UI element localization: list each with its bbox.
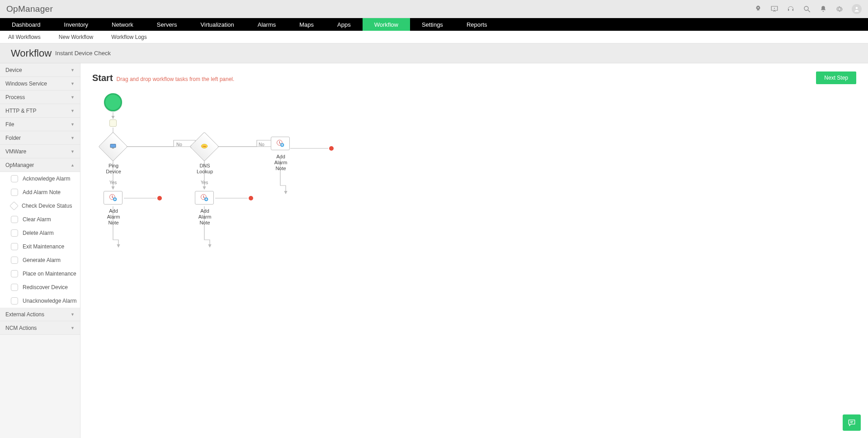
sidebar-group-folder[interactable]: Folder▼ <box>0 131 80 145</box>
nav-alarms[interactable]: Alarms <box>246 18 288 31</box>
main-nav: DashboardInventoryNetworkServersVirtuali… <box>0 18 868 31</box>
flow-ping-device-node[interactable] <box>103 136 123 157</box>
chevron-down-icon: ▼ <box>71 326 75 330</box>
task-delete-alarm[interactable]: Delete Alarm <box>0 226 80 240</box>
sidebar-group-external-actions[interactable]: External Actions▼ <box>0 308 80 321</box>
task-icon <box>11 243 18 250</box>
task-icon <box>11 257 18 264</box>
top-icon-group <box>754 4 862 14</box>
task-icon <box>11 175 18 182</box>
task-rediscover-device[interactable]: Rediscover Device <box>0 281 80 294</box>
sidebar-group-file[interactable]: File▼ <box>0 118 80 131</box>
nav-virtualization[interactable]: Virtualization <box>189 18 246 31</box>
page-title: Workflow <box>11 48 52 59</box>
task-exit-maintenance[interactable]: Exit Maintenance <box>0 240 80 253</box>
nav-maps[interactable]: Maps <box>288 18 326 31</box>
presentation-icon[interactable] <box>770 5 778 13</box>
edge-label-no: No <box>176 142 182 147</box>
chevron-down-icon: ▼ <box>71 109 75 113</box>
gear-icon[interactable] <box>835 5 844 13</box>
canvas-header: Start Drag and drop workflow tasks from … <box>80 63 868 84</box>
edge-label-no: No <box>259 142 264 147</box>
nav-settings[interactable]: Settings <box>410 18 455 31</box>
nav-servers[interactable]: Servers <box>145 18 189 31</box>
svg-line-1 <box>808 10 810 12</box>
nav-apps[interactable]: Apps <box>326 18 363 31</box>
chevron-down-icon: ▼ <box>71 136 75 140</box>
chevron-down-icon: ▼ <box>71 81 75 86</box>
chat-fab-button[interactable] <box>843 414 861 431</box>
subnav-all-workflows[interactable]: All Workflows <box>8 34 41 40</box>
nav-dashboard[interactable]: Dashboard <box>0 18 52 31</box>
task-unacknowledge-alarm[interactable]: Unacknowledge Alarm <box>0 294 80 308</box>
bell-icon[interactable] <box>819 5 827 13</box>
brand-label: OpManager <box>6 4 53 14</box>
sub-nav: All WorkflowsNew WorkflowWorkflow Logs <box>0 31 868 43</box>
flow-dns-label: DNSLookup <box>194 161 215 175</box>
title-bar: Workflow Instant Device Check <box>0 43 868 63</box>
task-acknowledge-alarm[interactable]: Acknowledge Alarm <box>0 172 80 186</box>
nav-inventory[interactable]: Inventory <box>52 18 100 31</box>
task-icon <box>11 284 18 291</box>
flow-dns-lookup-node[interactable]: DNS <box>194 136 215 157</box>
chevron-down-icon: ▼ <box>71 122 75 127</box>
svg-rect-12 <box>110 144 116 148</box>
flow-add-note-label: AddAlarmNote <box>102 206 125 226</box>
flow-ping-label: PingDevice <box>103 161 124 175</box>
flow-end-dot[interactable] <box>157 196 162 200</box>
flow-add-alarm-note-node[interactable] <box>271 137 290 150</box>
user-avatar-icon[interactable] <box>852 4 862 14</box>
chevron-down-icon: ▼ <box>71 149 75 154</box>
flow-end-dot[interactable] <box>329 146 334 151</box>
sidebar-group-vmware[interactable]: VMWare▼ <box>0 145 80 158</box>
page-subtitle: Instant Device Check <box>55 50 111 57</box>
sidebar-group-device[interactable]: Device▼ <box>0 63 80 77</box>
task-add-alarm-note[interactable]: Add Alarm Note <box>0 186 80 199</box>
task-icon <box>11 216 18 223</box>
search-icon[interactable] <box>803 5 811 13</box>
task-icon <box>9 201 19 210</box>
nav-workflow[interactable]: Workflow <box>363 18 410 31</box>
start-label: Start <box>92 73 113 83</box>
task-sidebar: Device▼Windows Service▼Process▼HTTP & FT… <box>0 63 80 438</box>
flow-connector-box[interactable] <box>109 119 117 127</box>
task-icon <box>11 297 18 305</box>
subnav-workflow-logs[interactable]: Workflow Logs <box>111 34 146 40</box>
subnav-new-workflow[interactable]: New Workflow <box>59 34 93 40</box>
flow-connectors <box>92 90 725 362</box>
flow-area[interactable]: PingDevice No DNS DNSLookup No AddAlarmN… <box>92 90 868 362</box>
svg-rect-13 <box>112 148 114 149</box>
task-generate-alarm[interactable]: Generate Alarm <box>0 253 80 267</box>
rocket-icon[interactable] <box>754 5 762 13</box>
svg-text:DNS: DNS <box>203 146 206 148</box>
edge-label-yes: Yes <box>109 180 117 185</box>
next-step-button[interactable]: Next Step <box>816 71 856 84</box>
chevron-down-icon: ▼ <box>71 95 75 100</box>
svg-point-0 <box>804 6 808 10</box>
sidebar-group-ncm-actions[interactable]: NCM Actions▼ <box>0 321 80 335</box>
task-place-on-maintenance[interactable]: Place on Maintenance <box>0 267 80 281</box>
flow-start-node[interactable] <box>104 93 122 111</box>
sidebar-group-process[interactable]: Process▼ <box>0 90 80 104</box>
task-check-device-status[interactable]: Check Device Status <box>0 199 80 213</box>
svg-point-2 <box>856 7 858 9</box>
task-icon <box>11 189 18 196</box>
nav-network[interactable]: Network <box>100 18 145 31</box>
chevron-up-icon: ▲ <box>71 163 75 167</box>
flow-add-note-label: AddAlarmNote <box>269 152 292 171</box>
sidebar-group-windows-service[interactable]: Windows Service▼ <box>0 77 80 90</box>
flow-add-alarm-note-node[interactable] <box>104 191 123 205</box>
headset-icon[interactable] <box>787 5 795 13</box>
flow-add-alarm-note-node[interactable] <box>195 191 214 205</box>
start-hint: Drag and drop workflow tasks from the le… <box>117 76 235 82</box>
edge-label-yes: Yes <box>201 180 208 185</box>
workflow-canvas: Start Drag and drop workflow tasks from … <box>80 63 868 438</box>
chevron-down-icon: ▼ <box>71 68 75 72</box>
nav-reports[interactable]: Reports <box>455 18 499 31</box>
sidebar-group-http-ftp[interactable]: HTTP & FTP▼ <box>0 104 80 118</box>
task-icon <box>11 229 18 237</box>
sidebar-group-opmanager[interactable]: OpManager▲ <box>0 158 80 172</box>
top-bar: OpManager <box>0 0 868 18</box>
task-clear-alarm[interactable]: Clear Alarm <box>0 213 80 226</box>
flow-end-dot[interactable] <box>249 196 253 200</box>
